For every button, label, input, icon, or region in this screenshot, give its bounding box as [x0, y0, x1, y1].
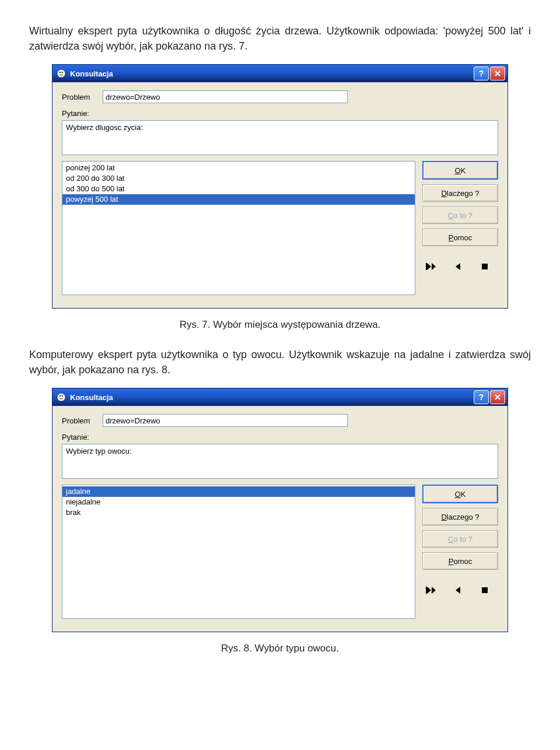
help-button[interactable]: ? — [474, 66, 489, 80]
question-box[interactable]: Wybierz typ owocu: — [62, 444, 498, 479]
problem-input[interactable]: drzewo=Drzewo — [103, 414, 348, 427]
svg-rect-7 — [482, 264, 488, 269]
options-listbox[interactable]: ponizej 200 latod 200 do 300 latod 300 d… — [62, 161, 415, 295]
svg-point-10 — [62, 395, 64, 397]
svg-marker-4 — [427, 263, 431, 270]
why-button[interactable]: Dlaczego ? — [422, 184, 498, 202]
question-label: Pytanie: — [62, 433, 498, 441]
list-item[interactable]: powyzej 500 lat — [62, 194, 415, 205]
question-box[interactable]: Wybierz dlugosc zycia: — [62, 120, 498, 155]
list-item[interactable]: brak — [62, 507, 415, 518]
svg-point-0 — [57, 69, 65, 78]
text: Wirtualny ekspert pyta użytkownika o dłu… — [29, 25, 443, 37]
svg-rect-11 — [426, 587, 427, 594]
svg-rect-15 — [482, 587, 488, 593]
problem-label: Problem — [62, 93, 103, 101]
ok-button[interactable]: OK — [422, 485, 498, 503]
svg-marker-12 — [427, 587, 431, 594]
back-icon[interactable] — [452, 585, 464, 595]
svg-marker-14 — [456, 587, 460, 594]
ok-button[interactable]: OK — [422, 161, 498, 180]
svg-point-9 — [60, 395, 61, 397]
what-button: Co to ? — [422, 206, 498, 224]
svg-rect-3 — [426, 263, 427, 270]
what-button: Co to ? — [422, 530, 498, 548]
back-icon[interactable] — [452, 261, 464, 272]
question-label: Pytanie: — [62, 109, 498, 118]
problem-label: Problem — [62, 416, 103, 425]
why-button[interactable]: Dlaczego ? — [422, 508, 498, 525]
svg-point-2 — [62, 72, 64, 73]
app-icon — [56, 392, 66, 402]
list-item[interactable]: od 300 do 500 lat — [62, 184, 415, 194]
svg-marker-13 — [432, 587, 436, 594]
help-button[interactable]: ? — [474, 390, 489, 404]
list-item[interactable]: jadalne — [62, 486, 415, 497]
rewind-icon[interactable] — [425, 261, 438, 272]
dialog-konsultacja-1: Konsultacja ? Problem drzewo=Drzewo Pyta… — [52, 64, 508, 309]
close-button[interactable] — [490, 390, 505, 404]
titlebar[interactable]: Konsultacja ? — [52, 388, 508, 406]
text: Komputerowy ekspert pyta użytkownika o t… — [29, 349, 455, 360]
close-button[interactable] — [490, 66, 505, 80]
app-icon — [56, 68, 66, 79]
window-title: Konsultacja — [70, 69, 474, 78]
svg-point-8 — [57, 393, 65, 401]
stop-icon[interactable] — [478, 261, 491, 272]
svg-point-1 — [60, 72, 61, 73]
titlebar[interactable]: Konsultacja ? — [52, 65, 508, 82]
list-item[interactable]: od 200 do 300 lat — [62, 173, 415, 184]
svg-marker-6 — [456, 263, 460, 270]
svg-marker-5 — [432, 263, 436, 270]
list-item[interactable]: ponizej 200 lat — [62, 163, 415, 173]
options-listbox[interactable]: jadalneniejadalnebrak — [62, 485, 415, 619]
paragraph-2: Komputerowy ekspert pyta użytkownika o t… — [29, 347, 531, 377]
help-button-side[interactable]: Pomoc — [422, 229, 498, 246]
dialog-konsultacja-2: Konsultacja ? Problem drzewo=Drzewo Pyta… — [52, 388, 508, 632]
help-button-side[interactable]: Pomoc — [422, 552, 498, 570]
rewind-icon[interactable] — [425, 585, 438, 595]
figure-caption-8: Rys. 8. Wybór typu owocu. — [29, 643, 531, 654]
paragraph-1: Wirtualny ekspert pyta użytkownika o dłu… — [29, 23, 531, 54]
list-item[interactable]: niejadalne — [62, 497, 415, 507]
figure-caption-7: Rys. 7. Wybór miejsca występowania drzew… — [29, 319, 531, 331]
problem-input[interactable]: drzewo=Drzewo — [103, 90, 348, 103]
window-title: Konsultacja — [70, 393, 474, 402]
stop-icon[interactable] — [478, 585, 491, 595]
